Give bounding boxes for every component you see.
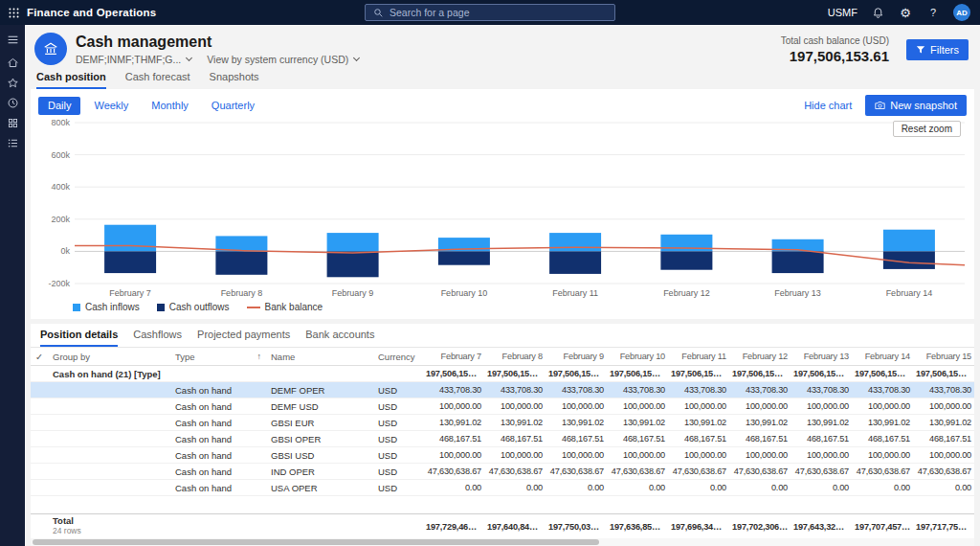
cell-type: Cash on hand — [170, 434, 266, 444]
column-header-name[interactable]: Name — [266, 352, 373, 362]
reset-zoom-button[interactable]: Reset zoom — [893, 121, 961, 137]
column-header-february-14[interactable]: February 14 — [852, 352, 913, 361]
cell-amount: 100,000.00 — [423, 450, 484, 460]
period-weekly[interactable]: Weekly — [84, 97, 138, 115]
table-row-demf-oper[interactable]: Cash on hand DEMF OPER USD 433,708.30433… — [31, 382, 974, 398]
cell-amount: 130,991.02 — [852, 418, 913, 427]
column-header-february-15[interactable]: February 15 — [913, 352, 974, 361]
cell-name[interactable]: GBSI OPER — [266, 434, 373, 444]
horizontal-scrollbar[interactable] — [31, 538, 974, 546]
column-header-february-8[interactable]: February 8 — [484, 352, 546, 361]
column-header-february-13[interactable]: February 13 — [791, 352, 852, 361]
cell-amount: 130,991.02 — [607, 418, 668, 427]
modules-grid-icon — [7, 117, 19, 129]
cell-amount: 100,000.00 — [729, 450, 791, 460]
group-cell: 197,506,153.61 — [546, 369, 607, 378]
filters-button[interactable]: Filters — [906, 39, 969, 60]
period-monthly[interactable]: Monthly — [142, 97, 198, 115]
details-tab-cashflows[interactable]: Cashflows — [133, 329, 182, 347]
table-row-ind-oper[interactable]: Cash on hand IND OPER USD 47,630,638.674… — [31, 464, 974, 480]
table-row-gbsi-oper[interactable]: Cash on hand GBSI OPER USD 468,167.51468… — [31, 431, 974, 447]
details-tab-bank-accounts[interactable]: Bank accounts — [305, 329, 374, 347]
nav-modules-button[interactable] — [0, 113, 25, 133]
page-title: Cash management — [76, 34, 359, 51]
cell-currency: USD — [373, 434, 423, 444]
search-box[interactable]: Search for a page — [365, 4, 615, 21]
table-row-usa-oper[interactable]: Cash on hand USA OPER USD 0.000.000.000.… — [31, 480, 974, 496]
total-cell: 197,696,345.36 — [668, 522, 729, 532]
cash-position-chart[interactable]: 800k600k400k200k0k-200kFebruary 7Februar… — [38, 117, 967, 301]
cell-name[interactable]: GBSI USD — [266, 450, 373, 461]
scrollbar-thumb[interactable] — [33, 539, 599, 545]
search-placeholder: Search for a page — [390, 7, 469, 18]
nav-recent-button[interactable] — [0, 93, 25, 113]
line-bank-balance — [75, 246, 965, 265]
help-button[interactable]: ? — [925, 5, 941, 20]
period-daily[interactable]: Daily — [38, 97, 80, 115]
legend-cash-outflows: Cash outflows — [157, 302, 230, 312]
cell-amount: 0.00 — [546, 483, 607, 492]
topbar-actions: USMF ⚙ ? AD — [828, 4, 980, 21]
nav-expand-button[interactable] — [0, 30, 25, 50]
tab-snapshots[interactable]: Snapshots — [210, 71, 259, 89]
details-tab-position-details[interactable]: Position details — [40, 329, 118, 347]
tab-cash-position[interactable]: Cash position — [36, 71, 106, 89]
cell-amount: 47,630,638.67 — [423, 466, 484, 476]
period-quarterly[interactable]: Quarterly — [202, 97, 264, 115]
list-icon — [7, 137, 19, 149]
details-card: Position detailsCashflowsProjected payme… — [31, 324, 974, 546]
cell-amount: 433,708.30 — [913, 385, 974, 395]
group-row-label: Cash on hand (21) [Type] — [48, 369, 423, 379]
column-header-currency[interactable]: Currency — [373, 352, 423, 362]
column-header-february-12[interactable]: February 12 — [729, 352, 791, 361]
view-by-value: View by system currency (USD) — [207, 54, 348, 65]
column-header-february-7[interactable]: February 7 — [423, 352, 484, 361]
cell-name[interactable]: DEMF OPER — [266, 385, 373, 396]
gridlines: 800k600k400k200k0k-200k — [48, 118, 965, 288]
column-header-february-10[interactable]: February 10 — [607, 352, 668, 361]
hamburger-menu-icon — [7, 34, 19, 46]
cell-name[interactable]: GBSI EUR — [266, 418, 373, 428]
app-launcher-button[interactable] — [0, 0, 27, 25]
company-scope-dropdown[interactable]: DEMF;INMF;THMF;G... — [76, 54, 191, 65]
cell-amount: 47,630,638.67 — [546, 466, 607, 476]
table-row-gbsi-usd[interactable]: Cash on hand GBSI USD USD 100,000.00100,… — [31, 447, 974, 464]
column-header-february-11[interactable]: February 11 — [668, 352, 729, 361]
details-tab-projected-payments[interactable]: Projected payments — [197, 329, 290, 347]
cell-amount: 130,991.02 — [668, 418, 729, 427]
new-snapshot-button[interactable]: New snapshot — [865, 95, 967, 116]
cell-currency: USD — [373, 385, 423, 396]
nav-workspaces-button[interactable] — [0, 133, 25, 153]
group-cell: 197,506,153.61 — [607, 369, 668, 378]
column-header-type[interactable]: Type↑ — [170, 352, 266, 362]
settings-button[interactable]: ⚙ — [898, 5, 913, 20]
group-row-cash-on-hand[interactable]: Cash on hand (21) [Type] 197,506,153.611… — [31, 366, 974, 382]
rows-count: 24 rows — [53, 527, 418, 536]
cell-amount: 130,991.02 — [729, 418, 791, 427]
cash-management-icon — [34, 33, 67, 65]
hide-chart-link[interactable]: Hide chart — [804, 100, 852, 111]
company-picker[interactable]: USMF — [828, 7, 858, 18]
nav-home-button[interactable] — [0, 53, 25, 73]
bars-cash-inflows — [104, 225, 935, 252]
select-all-checkbox[interactable]: ✓ — [31, 352, 48, 362]
column-header-february-9[interactable]: February 9 — [546, 352, 607, 361]
cell-name[interactable]: DEMF USD — [266, 401, 373, 412]
notifications-button[interactable] — [870, 5, 885, 20]
view-by-dropdown[interactable]: View by system currency (USD) — [207, 54, 359, 65]
svg-text:400k: 400k — [51, 182, 70, 192]
cell-name[interactable]: USA OPER — [266, 483, 373, 493]
table-row-demf-usd[interactable]: Cash on hand DEMF USD USD 100,000.00100,… — [31, 398, 974, 415]
nav-favorites-button[interactable] — [0, 73, 25, 93]
left-nav — [0, 25, 25, 546]
cell-name[interactable]: IND OPER — [266, 466, 373, 477]
details-tabs: Position detailsCashflowsProjected payme… — [31, 324, 974, 347]
avatar[interactable]: AD — [953, 4, 970, 21]
table-row-gbsi-eur[interactable]: Cash on hand GBSI EUR USD 130,991.02130,… — [31, 415, 974, 431]
position-details-table: ✓ Group by Type↑ Name Currency February … — [31, 347, 974, 546]
column-header-group-by[interactable]: Group by — [48, 352, 170, 362]
gear-icon: ⚙ — [900, 7, 911, 19]
tab-cash-forecast[interactable]: Cash forecast — [125, 71, 190, 89]
cell-amount: 468,167.51 — [607, 434, 668, 444]
app-title: Finance and Operations — [27, 7, 156, 18]
